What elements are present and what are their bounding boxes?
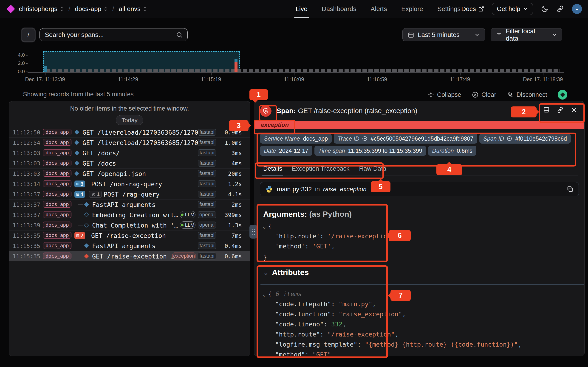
copy-link-icon[interactable] bbox=[557, 106, 564, 113]
org-selector[interactable]: christophergs bbox=[19, 5, 64, 13]
exception-tag-badge: exception bbox=[173, 252, 195, 259]
service-badge: docs_app bbox=[43, 201, 71, 208]
time-range-dropdown[interactable]: Last 5 minutes bbox=[402, 28, 485, 41]
trace-row[interactable]: 11:13:03docs_appGET /openapi.jsonfastapi… bbox=[9, 168, 250, 179]
chip-label: Time span bbox=[318, 148, 345, 154]
span-duration: 1.2s bbox=[216, 181, 242, 187]
trace-row[interactable]: 11:13:03docs_appGET /docs/fastapi3ms bbox=[9, 148, 250, 158]
breadcrumb-separator: / bbox=[112, 5, 114, 13]
code-token: : bbox=[305, 351, 313, 356]
y-axis-label: 2.0 bbox=[9, 60, 25, 66]
nav-tab-settings[interactable]: Settings bbox=[437, 0, 460, 18]
get-help-button[interactable]: Get help bbox=[492, 3, 533, 15]
spans-histogram[interactable]: 4.02.00.0Dec 17. 11:13:3911:14:2911:15:1… bbox=[0, 46, 588, 84]
code-token: : bbox=[331, 311, 339, 318]
clear-button[interactable]: Clear bbox=[472, 91, 496, 98]
service-badge: docs_app bbox=[43, 191, 71, 197]
link-icon[interactable] bbox=[507, 136, 512, 141]
span-name: Embedding Creation wit… bbox=[92, 211, 178, 219]
env-selector[interactable]: all envs bbox=[119, 5, 147, 13]
trace-row[interactable]: 11:13:03docs_appGET /docsfastapi4ms bbox=[9, 158, 250, 168]
link-icon[interactable] bbox=[362, 136, 367, 141]
nav-tab-live[interactable]: Live bbox=[296, 0, 307, 18]
span-name: GET /livereload/1270363685/1270… bbox=[82, 139, 202, 146]
collapse-button[interactable]: Collapse bbox=[427, 91, 461, 98]
span-label: Span: bbox=[277, 107, 296, 115]
trace-row[interactable]: 11:13:39docs_appChat Completion with '…L… bbox=[9, 220, 250, 230]
trace-row[interactable]: 11:12:54docs_appGET /livereload/12703636… bbox=[9, 137, 250, 148]
avatar[interactable]: - bbox=[572, 4, 582, 14]
today-pill[interactable]: Today bbox=[116, 115, 143, 125]
tab-details[interactable]: Details bbox=[263, 165, 282, 176]
collapse-count-badge[interactable]: ⊟2 bbox=[74, 232, 85, 239]
meta-chip-time-span: Time span11:15:35.399 to 11:15:35.399 bbox=[314, 146, 426, 156]
code-token: 6 items bbox=[276, 290, 302, 298]
exception-shield-icon bbox=[260, 105, 271, 117]
y-axis-tick bbox=[26, 55, 27, 56]
span-duration: 399ms bbox=[216, 212, 242, 218]
disconnect-label: Disconnect bbox=[516, 91, 547, 98]
panel-layout-icon[interactable] bbox=[543, 106, 550, 113]
span-name: GET /raise-exception bbox=[91, 232, 166, 239]
meta-chip-trace-id: Trace ID#c5ec5005042796e91d5db42ca9fd980… bbox=[334, 133, 477, 144]
meta-chip-duration: Duration0.6ms bbox=[428, 146, 476, 156]
close-icon[interactable] bbox=[571, 106, 578, 113]
share-link-icon[interactable] bbox=[556, 5, 564, 13]
panel-resize-handle[interactable] bbox=[250, 225, 257, 239]
logfire-logo-icon[interactable] bbox=[7, 5, 15, 13]
row-timestamp: 11:13:14 bbox=[13, 181, 40, 187]
tab-raw-data[interactable]: Raw Data bbox=[359, 165, 386, 176]
app-root: christophergs / docs-app / all envs Live… bbox=[0, 0, 588, 367]
code-token: : bbox=[357, 341, 365, 348]
trace-row[interactable]: 11:13:37docs_appFastAPI argumentsfastapi… bbox=[9, 199, 250, 210]
nav-tab-dashboards[interactable]: Dashboards bbox=[322, 0, 356, 18]
trace-row[interactable]: 11:13:14docs_app⊞3POST /non-rag-queryfas… bbox=[9, 179, 250, 189]
span-name: POST /non-rag-query bbox=[91, 181, 162, 188]
annotation-label-5: 5 bbox=[371, 181, 390, 192]
attributes-collapse-chevron[interactable]: ⌄ bbox=[263, 269, 268, 276]
indent-guide bbox=[269, 231, 269, 255]
tab-exception-traceback[interactable]: Exception Traceback bbox=[292, 165, 350, 176]
service-badge: docs_app bbox=[43, 211, 71, 218]
project-selector[interactable]: docs-app bbox=[75, 5, 108, 13]
chevron-down-icon bbox=[552, 32, 557, 38]
disconnect-button[interactable]: Disconnect bbox=[507, 91, 547, 98]
copy-icon[interactable] bbox=[567, 186, 573, 193]
trace-row[interactable]: 11:13:37docs_appEmbedding Creation wit…L… bbox=[9, 210, 250, 220]
collapse-count-badge[interactable]: ⊟4 bbox=[74, 191, 85, 198]
chevron-down-icon bbox=[523, 6, 528, 11]
chip-label: Duration bbox=[432, 148, 454, 154]
service-badge: docs_app bbox=[43, 242, 71, 249]
search-input[interactable] bbox=[44, 31, 176, 39]
connection-status-indicator bbox=[558, 90, 567, 100]
main-nav: LiveDashboardsAlertsExploreSettings bbox=[296, 0, 460, 18]
span-name: GET /raise-exception … bbox=[92, 253, 174, 260]
span-name: GET /openapi.json bbox=[82, 170, 146, 177]
nav-tab-explore[interactable]: Explore bbox=[401, 0, 423, 18]
trace-row[interactable]: 11:15:35docs_appFastAPI argumentsfastapi… bbox=[9, 241, 250, 251]
dark-mode-moon-icon[interactable] bbox=[541, 5, 548, 13]
expand-count-badge[interactable]: ⊞3 bbox=[74, 181, 85, 187]
code-token: "main.py" bbox=[338, 300, 372, 308]
chip-label: Trace ID bbox=[338, 135, 359, 142]
zero-count-dashes bbox=[46, 69, 560, 72]
trace-row[interactable]: 11:12:50docs_appGET /livereload/12703636… bbox=[9, 127, 250, 137]
code-line: ⌄{ 6 items bbox=[263, 290, 302, 298]
llm-status-dot bbox=[181, 224, 183, 226]
trace-row[interactable]: 11:15:35docs_appGET /raise-exception …ex… bbox=[9, 251, 250, 261]
annotation-label-1: 1 bbox=[250, 89, 268, 100]
histogram-bar bbox=[234, 59, 237, 62]
y-axis-tick bbox=[26, 72, 27, 72]
trace-row[interactable]: 11:13:37docs_app⊟41POST /rag-queryfastap… bbox=[9, 189, 250, 199]
span-duration: 7ms bbox=[216, 232, 242, 239]
code-line: ⌄{ bbox=[263, 223, 272, 230]
span-name: FastAPI arguments bbox=[92, 242, 156, 250]
span-duration: 4ms bbox=[216, 160, 242, 167]
trace-row[interactable]: 11:15:35docs_app⊟2GET /raise-exceptionfa… bbox=[9, 230, 250, 241]
docs-link[interactable]: Docs bbox=[461, 5, 484, 13]
filter-dropdown[interactable]: Filter local data bbox=[491, 28, 562, 41]
nav-tab-alerts[interactable]: Alerts bbox=[371, 0, 387, 18]
detail-tabs: DetailsException TracebackRaw Data bbox=[263, 165, 386, 176]
span-name: GET /docs bbox=[82, 160, 116, 167]
llm-span-diamond-icon bbox=[84, 212, 89, 217]
